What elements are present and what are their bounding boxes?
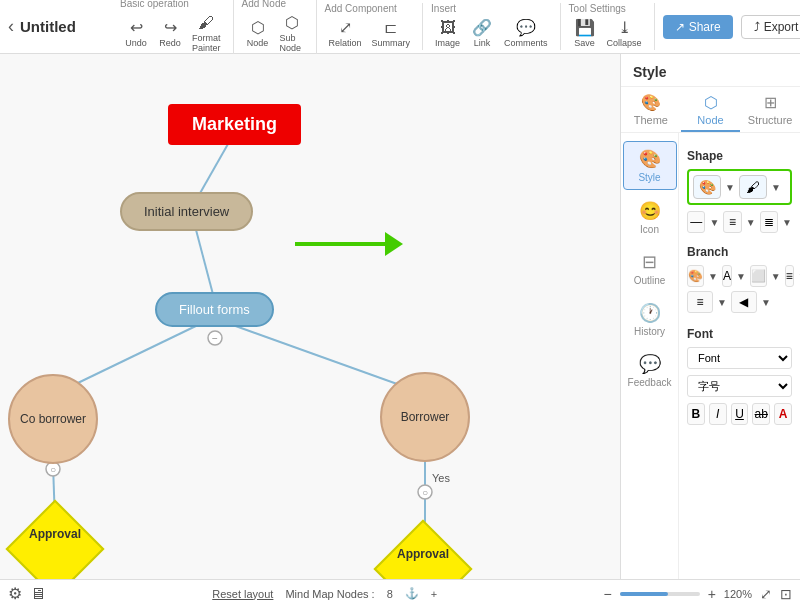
branch-text-button[interactable]: A <box>722 265 732 287</box>
initial-interview-node[interactable]: Initial interview <box>120 192 253 231</box>
icon-side-label: Icon <box>640 224 659 235</box>
sub-node-icon: ⬡ <box>285 13 299 32</box>
svg-text:○: ○ <box>50 464 56 475</box>
feedback-side-icon: 💬 <box>639 353 661 375</box>
undo-button[interactable]: ↩ Undo <box>120 16 152 49</box>
line-style-double[interactable]: ≡ <box>723 211 741 233</box>
branch-align-button[interactable]: ≡ <box>687 291 713 313</box>
italic-button[interactable]: I <box>709 403 727 425</box>
settings-icon[interactable]: ⚙ <box>8 584 22 603</box>
marketing-node[interactable]: Marketing <box>168 104 301 145</box>
tab-structure[interactable]: ⊞ Structure <box>740 87 800 132</box>
svg-text:−: − <box>212 333 218 344</box>
zoom-slider[interactable] <box>620 592 700 596</box>
summary-button[interactable]: ⊏ Summary <box>368 16 415 49</box>
branch-indent-button[interactable]: ◀ <box>731 291 757 313</box>
underline-button[interactable]: U <box>731 403 749 425</box>
collapse-button[interactable]: ⤓ Collapse <box>603 16 646 49</box>
relation-button[interactable]: ⤢ Relation <box>325 16 366 49</box>
shape-row: 🎨 ▼ 🖌 ▼ <box>687 169 792 205</box>
branch-shape-dropdown[interactable]: ▼ <box>771 271 781 282</box>
font-color-button[interactable]: A <box>774 403 792 425</box>
fit-icon[interactable]: ⊡ <box>780 586 792 602</box>
line-style-dropdown-3[interactable]: ▼ <box>782 217 792 228</box>
save-button[interactable]: 💾 Save <box>569 16 601 49</box>
icon-side-icon: 😊 <box>639 200 661 222</box>
line-style-triple[interactable]: ≣ <box>760 211 778 233</box>
back-button[interactable]: ‹ <box>8 16 14 37</box>
page-title: Untitled <box>20 18 100 35</box>
side-tab-history[interactable]: 🕐 History <box>623 296 677 343</box>
side-tab-outline[interactable]: ⊟ Outline <box>623 245 677 292</box>
link-button[interactable]: 🔗 Link <box>466 16 498 49</box>
plus-icon[interactable]: + <box>431 588 437 600</box>
fillout-forms-node[interactable]: Fillout forms <box>155 292 274 327</box>
branch-align-dropdown[interactable]: ▼ <box>717 297 727 308</box>
branch-color-dropdown[interactable]: ▼ <box>708 271 718 282</box>
side-tab-style[interactable]: 🎨 Style <box>623 141 677 190</box>
shape-outline-dropdown[interactable]: ▼ <box>771 182 781 193</box>
node-tab-icon: ⬡ <box>704 93 718 112</box>
shape-fill-button[interactable]: 🎨 <box>693 175 721 199</box>
branch-indent-dropdown[interactable]: ▼ <box>761 297 771 308</box>
line-style-dropdown-1[interactable]: ▼ <box>709 217 719 228</box>
tab-theme[interactable]: 🎨 Theme <box>621 87 681 132</box>
font-select[interactable]: Font <box>687 347 792 369</box>
share-button[interactable]: ↗ Share <box>663 15 733 39</box>
fillout-forms-label: Fillout forms <box>179 302 250 317</box>
redo-button[interactable]: ↪ Redo <box>154 16 186 49</box>
branch-shape-button[interactable]: ⬜ <box>750 265 767 287</box>
svg-point-8 <box>46 462 60 476</box>
sub-node-label: Sub Node <box>280 33 304 53</box>
branch-line-button[interactable]: ≡ <box>785 265 794 287</box>
tab-node[interactable]: ⬡ Node <box>681 87 741 132</box>
reset-layout-button[interactable]: Reset layout <box>212 588 273 600</box>
approval-left-text: Approval <box>29 527 81 541</box>
undo-label: Undo <box>125 38 147 48</box>
insert-label: Insert <box>431 3 456 14</box>
bottom-left: ⚙ 🖥 <box>8 584 46 603</box>
line-style-dropdown-2[interactable]: ▼ <box>746 217 756 228</box>
svg-point-11 <box>418 485 432 499</box>
shape-outline-icon: 🖌 <box>746 179 760 195</box>
image-icon: 🖼 <box>440 18 456 37</box>
bold-button[interactable]: B <box>687 403 705 425</box>
structure-icon: ⊞ <box>764 93 777 112</box>
shape-outline-button[interactable]: 🖌 <box>739 175 767 199</box>
borrower-node[interactable]: Borrower <box>380 372 470 462</box>
strikethrough-button[interactable]: ab <box>752 403 770 425</box>
format-painter-button[interactable]: 🖌 Format Painter <box>188 11 225 54</box>
link-label: Link <box>474 38 491 48</box>
arrow-line <box>295 242 385 246</box>
node-button[interactable]: ⬡ Node <box>242 16 274 49</box>
comments-button[interactable]: 💬 Comments <box>500 16 552 49</box>
format-painter-icon: 🖌 <box>198 13 214 32</box>
zoom-minus-button[interactable]: − <box>603 586 611 602</box>
main-area: − ○ Yes ○ Marketing Initial interview Fi… <box>0 54 800 579</box>
add-component-label: Add Component <box>325 3 397 14</box>
branch-text-dropdown[interactable]: ▼ <box>736 271 746 282</box>
export-icon: ⤴ <box>754 20 760 34</box>
side-tab-feedback[interactable]: 💬 Feedback <box>623 347 677 394</box>
zoom-plus-button[interactable]: + <box>708 586 716 602</box>
undo-icon: ↩ <box>130 18 143 37</box>
approval-right-label: Approval <box>378 547 468 561</box>
co-borrower-node[interactable]: Co borrower <box>8 374 98 464</box>
add-node-section: Add Node ⬡ Node ⬡ Sub Node <box>242 0 317 55</box>
line-style-solid[interactable]: — <box>687 211 705 233</box>
bottom-center: Reset layout Mind Map Nodes : 8 ⚓ + <box>58 587 591 600</box>
svg-point-6 <box>208 331 222 345</box>
canvas[interactable]: − ○ Yes ○ Marketing Initial interview Fi… <box>0 54 620 579</box>
image-button[interactable]: 🖼 Image <box>431 16 464 49</box>
branch-row-2: ≡ ▼ ◀ ▼ <box>687 291 792 313</box>
font-size-select[interactable]: 字号 <box>687 375 792 397</box>
branch-color-button[interactable]: 🎨 <box>687 265 704 287</box>
shape-fill-dropdown[interactable]: ▼ <box>725 182 735 193</box>
fullscreen-icon[interactable]: ⤢ <box>760 586 772 602</box>
approval-right-text: Approval <box>397 547 449 561</box>
collapse-icon: ⤓ <box>618 18 631 37</box>
export-button[interactable]: ⤴ Export <box>741 15 800 39</box>
side-tab-icon[interactable]: 😊 Icon <box>623 194 677 241</box>
sub-node-button[interactable]: ⬡ Sub Node <box>276 11 308 54</box>
theme-bottom-icon[interactable]: 🖥 <box>30 585 46 603</box>
